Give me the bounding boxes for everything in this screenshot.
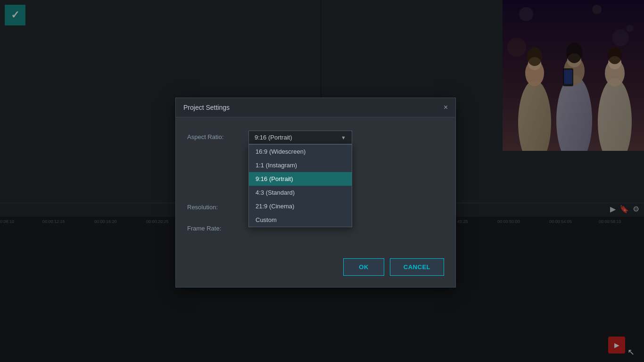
dialog-body: Aspect Ratio: 9:16 (Portrait) ▼ 16:9 (Wi… xyxy=(176,117,455,255)
aspect-ratio-value: 9:16 (Portrait) xyxy=(255,134,292,141)
dropdown-option-16-9[interactable]: 16:9 (Widescreen) xyxy=(249,145,352,158)
dropdown-option-1-1[interactable]: 1:1 (Instagram) xyxy=(249,158,352,172)
dialog-titlebar: Project Settings × xyxy=(176,98,455,117)
frame-rate-label: Frame Rate: xyxy=(187,222,248,232)
dropdown-arrow-icon: ▼ xyxy=(341,135,346,140)
dropdown-option-21-9[interactable]: 21:9 (Cinema) xyxy=(249,199,352,213)
dialog-close-button[interactable]: × xyxy=(444,104,448,111)
project-settings-dialog: Project Settings × Aspect Ratio: 9:16 (P… xyxy=(175,98,456,288)
ok-button[interactable]: OK xyxy=(343,258,384,276)
dropdown-option-9-16[interactable]: 9:16 (Portrait) xyxy=(249,172,352,186)
aspect-ratio-row: Aspect Ratio: 9:16 (Portrait) ▼ 16:9 (Wi… xyxy=(187,131,444,144)
dropdown-option-custom[interactable]: Custom xyxy=(249,213,352,227)
aspect-ratio-dropdown-list: 16:9 (Widescreen) 1:1 (Instagram) 9:16 (… xyxy=(248,144,352,227)
dialog-footer: OK CANCEL xyxy=(176,255,455,287)
aspect-ratio-label: Aspect Ratio: xyxy=(187,131,248,140)
aspect-ratio-dropdown[interactable]: 9:16 (Portrait) ▼ xyxy=(248,131,352,144)
cancel-button[interactable]: CANCEL xyxy=(390,258,444,276)
resolution-label: Resolution: xyxy=(187,201,248,211)
aspect-ratio-control: 9:16 (Portrait) ▼ 16:9 (Widescreen) 1:1 … xyxy=(248,131,444,144)
dialog-title: Project Settings xyxy=(183,104,230,111)
dropdown-option-4-3[interactable]: 4:3 (Standard) xyxy=(249,186,352,199)
